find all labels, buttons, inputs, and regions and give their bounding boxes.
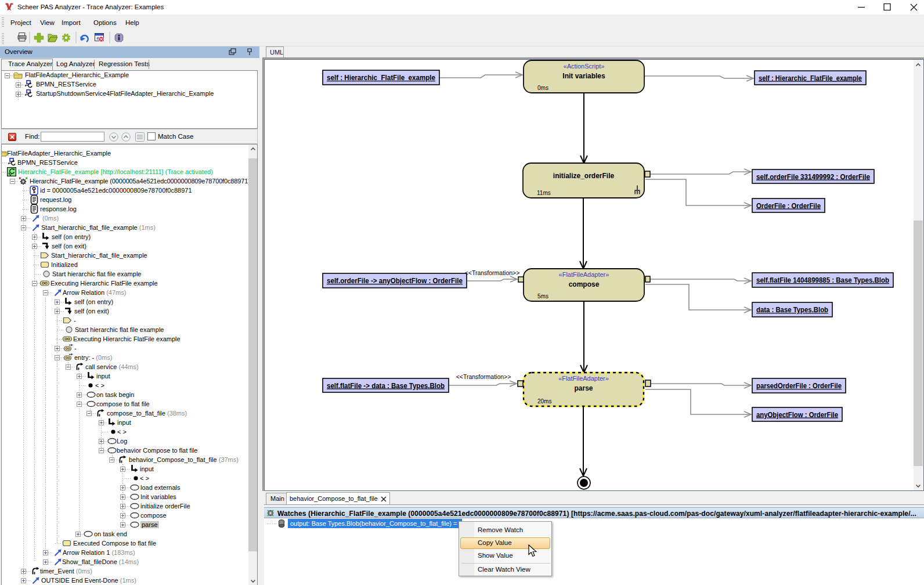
svg-text:«FlatFileAdapter»: «FlatFileAdapter» — [558, 375, 609, 382]
svg-text:<<Transformation>>: <<Transformation>> — [465, 269, 520, 276]
svg-text:compose: compose — [569, 280, 600, 288]
svg-text:self : Hierarchic_FlatFile_exa: self : Hierarchic_FlatFile_example — [759, 74, 862, 82]
svg-text:OrderFile : OrderFile: OrderFile : OrderFile — [756, 202, 821, 210]
svg-text:20ms: 20ms — [537, 398, 551, 405]
svg-text:0ms: 0ms — [537, 85, 548, 91]
svg-text:anyObjectFlow : OrderFile: anyObjectFlow : OrderFile — [756, 411, 838, 419]
svg-text:5ms: 5ms — [537, 293, 548, 299]
svg-text:self.flatFile -> data : Base T: self.flatFile -> data : Base Types.Blob — [327, 382, 445, 390]
svg-text:data : Base Types.Blob: data : Base Types.Blob — [756, 306, 828, 314]
svg-text:initialize_orderFile: initialize_orderFile — [553, 172, 615, 180]
svg-text:Init variables: Init variables — [562, 72, 605, 80]
svg-text:parse: parse — [574, 384, 593, 392]
svg-text:parsedOrderFile : OrderFile: parsedOrderFile : OrderFile — [756, 382, 842, 390]
svg-text:«ActionScript»: «ActionScript» — [564, 63, 605, 70]
svg-text:self : Hierarchic_FlatFile_exa: self : Hierarchic_FlatFile_example — [327, 74, 435, 82]
svg-text:<<Transformation>>: <<Transformation>> — [456, 373, 511, 380]
svg-text:self.orderFile 331499992 : Ord: self.orderFile 331499992 : OrderFile — [756, 173, 870, 181]
svg-text:«FlatFileAdapter»: «FlatFileAdapter» — [559, 271, 609, 278]
svg-text:self.flatFile 1404899885 : Bas: self.flatFile 1404899885 : Base Types.Bl… — [756, 276, 889, 284]
svg-text:11ms: 11ms — [537, 190, 551, 196]
svg-text:self.orderFile -> anyObjectFlo: self.orderFile -> anyObjectFlow : OrderF… — [327, 277, 463, 285]
